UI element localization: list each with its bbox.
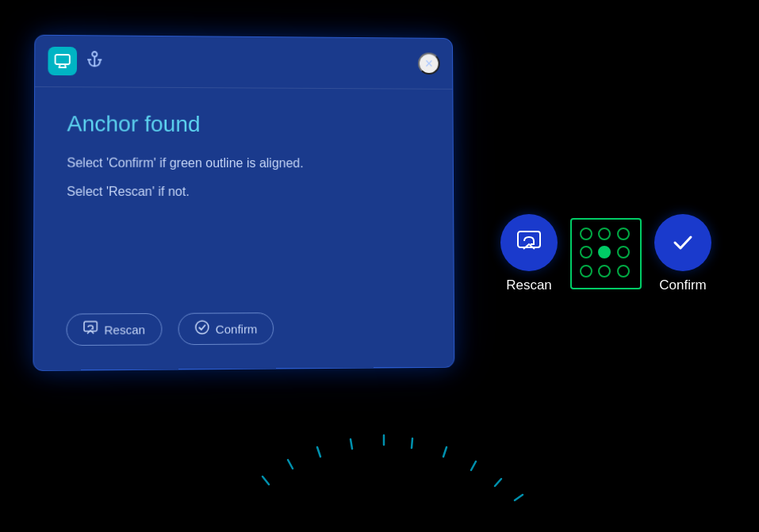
radial-menu: Rescan Confirm: [500, 214, 711, 293]
dialog-buttons: Rescan Confirm: [66, 312, 274, 346]
dialog-title: Anchor found: [67, 111, 421, 138]
close-icon: ×: [425, 55, 433, 72]
anchor-dot-4: [580, 246, 592, 258]
radial-confirm-button[interactable]: [654, 214, 711, 271]
svg-line-13: [317, 447, 320, 457]
rescan-label: Rescan: [104, 323, 145, 337]
dialog-instruction-2: Select 'Rescan' if not.: [67, 181, 422, 201]
dialog-instruction-1: Select 'Confirm' if green outline is ali…: [67, 153, 421, 174]
anchor-dot-2: [598, 228, 611, 240]
svg-line-12: [288, 460, 293, 469]
rescan-icon: [83, 320, 98, 338]
panel-icon: [48, 47, 77, 75]
svg-line-11: [263, 477, 269, 484]
anchor-dot-3: [617, 228, 630, 240]
dialog-content: Anchor found Select 'Confirm' if green o…: [34, 87, 453, 229]
radial-confirm-item: Confirm: [654, 214, 711, 293]
svg-line-16: [412, 438, 412, 448]
svg-rect-0: [56, 55, 70, 64]
anchor-dot-8: [598, 265, 611, 277]
anchor-dot-6: [617, 246, 630, 258]
radial-rescan-button[interactable]: [500, 214, 558, 271]
radial-items: Rescan Confirm: [500, 214, 711, 293]
anchor-grid: [570, 218, 642, 289]
anchor-found-dialog: × Anchor found Select 'Confirm' if green…: [33, 35, 454, 371]
svg-line-18: [471, 461, 476, 470]
rescan-button[interactable]: Rescan: [66, 313, 162, 346]
close-button[interactable]: ×: [418, 52, 440, 75]
radial-rescan-item: Rescan: [500, 214, 558, 293]
svg-point-9: [196, 321, 209, 334]
radial-confirm-label: Confirm: [659, 277, 707, 293]
confirm-label: Confirm: [216, 322, 258, 335]
anchor-dot-7: [580, 265, 592, 277]
anchor-dot-center: [598, 246, 611, 258]
svg-line-14: [351, 439, 352, 449]
confirm-icon: [195, 320, 209, 338]
svg-point-4: [92, 52, 97, 56]
anchor-icon: [86, 51, 102, 72]
radial-rescan-label: Rescan: [506, 277, 552, 293]
svg-line-19: [495, 479, 501, 486]
arc-decoration: [174, 366, 586, 508]
confirm-button[interactable]: Confirm: [178, 312, 274, 345]
title-bar: ×: [35, 36, 452, 90]
svg-line-20: [515, 495, 523, 500]
svg-line-17: [443, 447, 447, 457]
anchor-dot-1: [580, 228, 592, 240]
anchor-dot-9: [617, 265, 630, 277]
